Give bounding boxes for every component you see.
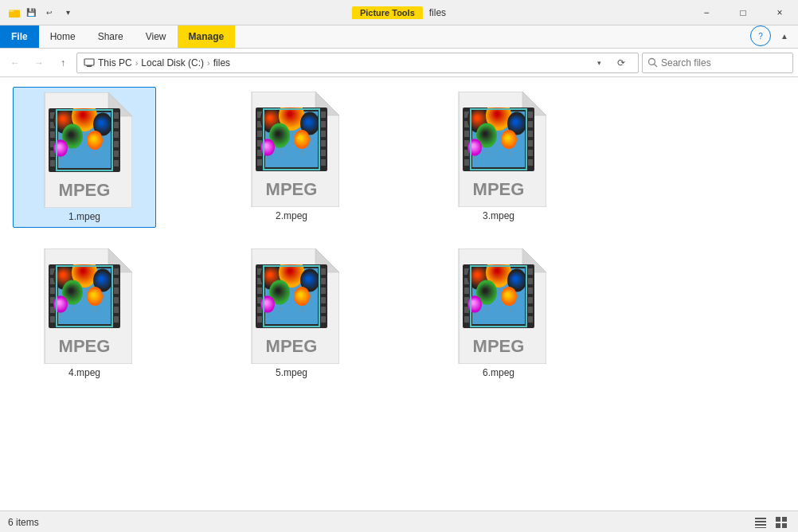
svg-rect-18 bbox=[776, 517, 780, 522]
svg-text:MPEG: MPEG bbox=[59, 180, 111, 200]
search-box[interactable] bbox=[642, 53, 793, 73]
svg-rect-16 bbox=[755, 524, 766, 526]
file-label: 5.mpeg bbox=[276, 367, 307, 378]
file-icon-wrapper: MPEG bbox=[244, 92, 339, 207]
svg-rect-14 bbox=[755, 518, 766, 519]
file-item[interactable]: MPEG5.mpeg bbox=[220, 244, 363, 383]
address-bar-row: ← → ↑ This PC › Local Disk (C:) › files … bbox=[0, 49, 798, 77]
quick-access-undo[interactable]: ↩ bbox=[41, 5, 57, 21]
address-sep-2: › bbox=[207, 58, 210, 68]
file-item[interactable]: MPEG1.mpeg bbox=[13, 87, 156, 228]
ribbon: File Home Share View Manage ? ▲ bbox=[0, 25, 798, 49]
file-grid: MPEG1.mpegMPEG2.mpegMPEG3.mpegMPEG4.mpeg… bbox=[0, 77, 798, 510]
file-icon-wrapper: MPEG bbox=[451, 92, 546, 207]
file-item[interactable]: MPEG3.mpeg bbox=[427, 87, 570, 228]
app-icon: 💾 ↩ ▾ bbox=[5, 5, 76, 21]
file-label: 1.mpeg bbox=[68, 211, 100, 222]
file-item[interactable]: MPEG4.mpeg bbox=[13, 244, 156, 383]
help-button[interactable]: ? bbox=[750, 25, 771, 46]
back-button[interactable]: ← bbox=[5, 53, 25, 73]
forward-button[interactable]: → bbox=[29, 53, 49, 73]
close-button[interactable]: × bbox=[761, 0, 798, 25]
computer-icon bbox=[84, 57, 95, 68]
svg-rect-20 bbox=[776, 523, 780, 528]
file-icon-wrapper: MPEG bbox=[451, 248, 546, 364]
file-item[interactable]: MPEG6.mpeg bbox=[427, 244, 570, 383]
large-icons-view-button[interactable] bbox=[773, 514, 790, 531]
svg-text:MPEG: MPEG bbox=[266, 179, 318, 199]
svg-text:MPEG: MPEG bbox=[473, 179, 525, 199]
address-bar-text: This PC › Local Disk (C:) › files bbox=[84, 57, 230, 68]
svg-rect-5 bbox=[86, 65, 92, 66]
maximize-button[interactable]: □ bbox=[725, 0, 761, 25]
tab-view[interactable]: View bbox=[135, 25, 178, 48]
quick-access-save[interactable]: 💾 bbox=[23, 5, 39, 21]
svg-rect-21 bbox=[782, 523, 787, 528]
ribbon-tabs: File Home Share View Manage ? ▲ bbox=[0, 25, 798, 48]
tab-share[interactable]: Share bbox=[87, 25, 135, 48]
file-label: 2.mpeg bbox=[276, 210, 307, 221]
title-bar: 💾 ↩ ▾ Picture Tools files − □ × bbox=[0, 0, 798, 25]
details-view-button[interactable] bbox=[752, 514, 769, 531]
view-controls bbox=[752, 514, 790, 531]
address-this-pc: This PC bbox=[98, 57, 132, 68]
svg-rect-2 bbox=[9, 10, 14, 12]
file-icon-wrapper: MPEG bbox=[37, 92, 132, 208]
svg-line-7 bbox=[655, 65, 658, 68]
file-icon-wrapper: MPEG bbox=[37, 248, 132, 364]
address-local-disk: Local Disk (C:) bbox=[141, 57, 204, 68]
svg-rect-4 bbox=[87, 66, 92, 67]
svg-rect-17 bbox=[755, 527, 766, 528]
refresh-button[interactable]: ⟳ bbox=[611, 53, 632, 73]
address-dropdown-button[interactable]: ▾ bbox=[589, 53, 609, 73]
svg-text:MPEG: MPEG bbox=[473, 336, 525, 356]
address-sep-1: › bbox=[135, 58, 139, 68]
large-icons-view-icon bbox=[775, 516, 788, 529]
file-label: 4.mpeg bbox=[68, 367, 100, 378]
tab-home[interactable]: Home bbox=[39, 25, 87, 48]
minimize-button[interactable]: − bbox=[688, 0, 725, 25]
file-icon-wrapper: MPEG bbox=[244, 248, 339, 364]
main-content: MPEG1.mpegMPEG2.mpegMPEG3.mpegMPEG4.mpeg… bbox=[0, 77, 798, 510]
svg-rect-19 bbox=[782, 517, 787, 522]
title-text: files bbox=[429, 7, 446, 18]
file-item[interactable]: MPEG2.mpeg bbox=[220, 87, 363, 228]
tab-manage[interactable]: Manage bbox=[178, 25, 236, 48]
title-bar-center: Picture Tools files bbox=[352, 6, 446, 19]
picture-tools-label: Picture Tools bbox=[352, 6, 423, 19]
search-icon bbox=[647, 57, 658, 68]
item-count: 6 items bbox=[8, 517, 39, 528]
address-bar-actions: ▾ ⟳ bbox=[589, 53, 632, 73]
address-bar[interactable]: This PC › Local Disk (C:) › files ▾ ⟳ bbox=[76, 53, 639, 73]
svg-rect-3 bbox=[84, 59, 94, 65]
file-label: 3.mpeg bbox=[483, 210, 514, 221]
ribbon-collapse-button[interactable]: ▲ bbox=[774, 25, 795, 46]
svg-text:MPEG: MPEG bbox=[266, 336, 318, 356]
title-bar-left: 💾 ↩ ▾ bbox=[0, 5, 76, 21]
quick-access-dropdown[interactable]: ▾ bbox=[60, 5, 76, 21]
details-view-icon bbox=[754, 516, 767, 529]
tab-file[interactable]: File bbox=[0, 25, 39, 48]
svg-text:MPEG: MPEG bbox=[59, 336, 111, 356]
title-bar-controls: − □ × bbox=[688, 0, 798, 25]
svg-rect-15 bbox=[755, 521, 766, 522]
address-folder: files bbox=[213, 57, 230, 68]
status-bar: 6 items bbox=[0, 510, 798, 532]
folder-icon bbox=[8, 6, 21, 19]
up-button[interactable]: ↑ bbox=[53, 53, 73, 73]
file-label: 6.mpeg bbox=[483, 367, 514, 378]
svg-point-6 bbox=[649, 59, 655, 65]
search-input[interactable] bbox=[661, 57, 788, 68]
